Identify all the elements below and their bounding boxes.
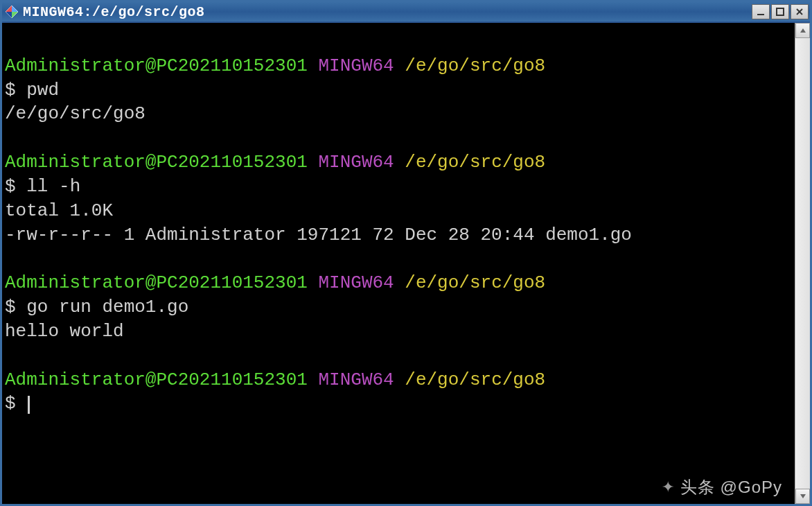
prompt-symbol: $ (5, 297, 16, 317)
minimize-icon (757, 8, 765, 16)
terminal-window: MINGW64:/e/go/src/go8 Administrator@PC20… (0, 0, 812, 506)
window-controls (752, 4, 809, 19)
close-icon (795, 8, 804, 16)
terminal-body: Administrator@PC202110152301 MINGW64 /e/… (2, 23, 810, 504)
maximize-icon (776, 8, 784, 16)
prompt-user: Administrator@PC202110152301 (5, 369, 308, 390)
svg-rect-6 (777, 8, 784, 15)
prompt-env: MINGW64 (318, 369, 394, 390)
svg-marker-10 (800, 494, 806, 498)
svg-marker-1 (12, 6, 18, 12)
scroll-up-button[interactable] (795, 23, 810, 38)
prompt-user: Administrator@PC202110152301 (5, 272, 308, 293)
scroll-down-button[interactable] (795, 489, 810, 504)
terminal-output[interactable]: Administrator@PC202110152301 MINGW64 /e/… (2, 23, 795, 504)
command-text: go run demo1.go (26, 297, 188, 317)
prompt-cwd: /e/go/src/go8 (405, 55, 545, 76)
svg-rect-5 (757, 14, 764, 15)
prompt-cwd: /e/go/src/go8 (405, 152, 545, 173)
app-icon (5, 5, 19, 19)
watermark-label: 头条 (680, 476, 715, 498)
watermark: ✦头条@GoPy (662, 476, 782, 498)
output-line: /e/go/src/go8 (5, 103, 145, 124)
command-text: pwd (26, 80, 59, 101)
output-line: total 1.0K (5, 200, 113, 221)
prompt-env: MINGW64 (318, 272, 394, 293)
svg-marker-2 (6, 12, 12, 18)
prompt-symbol: $ (5, 176, 16, 197)
watermark-icon: ✦ (662, 477, 675, 497)
close-button[interactable] (791, 4, 809, 19)
minimize-button[interactable] (752, 4, 770, 19)
output-line: hello world (5, 321, 124, 342)
watermark-handle: @GoPy (721, 476, 782, 498)
prompt-env: MINGW64 (318, 152, 394, 173)
svg-marker-3 (6, 6, 12, 12)
chevron-down-icon (800, 493, 806, 500)
prompt-symbol: $ (5, 80, 16, 101)
svg-marker-9 (800, 28, 806, 33)
prompt-cwd: /e/go/src/go8 (405, 272, 545, 293)
titlebar[interactable]: MINGW64:/e/go/src/go8 (2, 2, 810, 23)
scroll-track[interactable] (795, 38, 810, 489)
svg-marker-4 (12, 12, 18, 18)
chevron-up-icon (800, 27, 806, 34)
window-title: MINGW64:/e/go/src/go8 (23, 4, 752, 20)
scrollbar[interactable] (795, 23, 810, 504)
prompt-cwd: /e/go/src/go8 (405, 369, 545, 390)
output-line: -rw-r--r-- 1 Administrator 197121 72 Dec… (5, 225, 632, 245)
prompt-env: MINGW64 (318, 55, 394, 76)
maximize-button[interactable] (771, 4, 789, 19)
command-text: ll -h (26, 176, 80, 197)
prompt-user: Administrator@PC202110152301 (5, 152, 308, 173)
cursor (28, 396, 30, 414)
prompt-user: Administrator@PC202110152301 (5, 55, 308, 76)
prompt-symbol: $ (5, 393, 16, 414)
